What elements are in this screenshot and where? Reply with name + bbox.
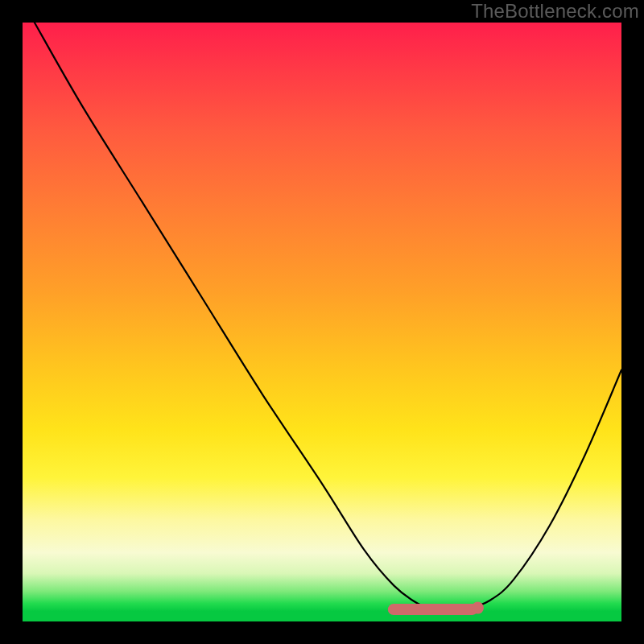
chart-frame: TheBottleneck.com — [0, 0, 644, 644]
plot-area — [23, 23, 621, 621]
watermark-text: TheBottleneck.com — [471, 0, 639, 23]
optimal-range-marker — [388, 604, 478, 615]
bottleneck-curve-line — [35, 23, 621, 613]
bottleneck-curve-svg — [23, 23, 621, 621]
optimal-range-endcap — [472, 602, 484, 614]
